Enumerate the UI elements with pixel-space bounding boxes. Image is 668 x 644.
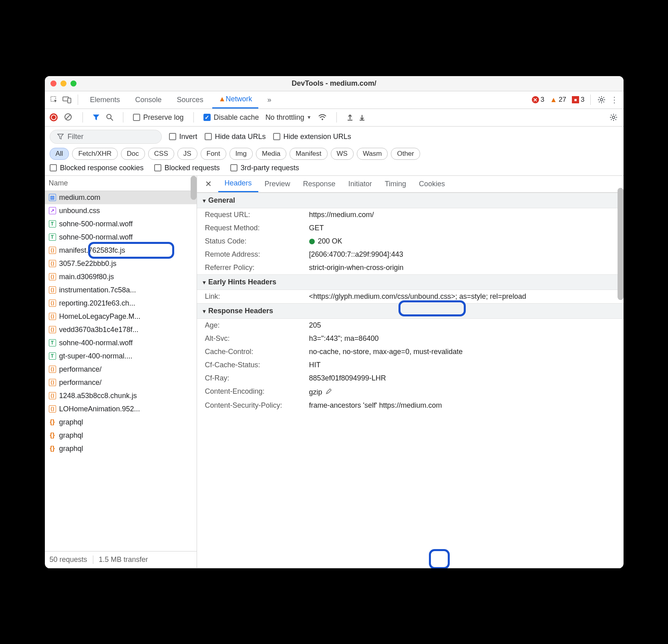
- scrollbar[interactable]: [618, 188, 624, 300]
- request-name: LOHomeAnimation.952...: [59, 405, 140, 413]
- svg-point-6: [107, 115, 111, 119]
- network-conditions-icon[interactable]: [318, 114, 327, 121]
- tab-sources[interactable]: Sources: [171, 91, 210, 109]
- request-row[interactable]: ⟨⟩HomeLoLegacyPage.M...: [45, 310, 197, 323]
- request-row[interactable]: Tsohne-500-normal.woff: [45, 231, 197, 244]
- request-row[interactable]: {}graphql: [45, 416, 197, 429]
- chip-fetch-xhr[interactable]: Fetch/XHR: [72, 148, 117, 160]
- maximize-window-button[interactable]: [70, 80, 76, 87]
- tab-console[interactable]: Console: [129, 91, 168, 109]
- detail-tab-cookies[interactable]: Cookies: [412, 176, 451, 192]
- column-header-name[interactable]: Name: [45, 176, 197, 191]
- filter-input[interactable]: Filter: [50, 130, 162, 144]
- close-details-button[interactable]: ✕: [200, 179, 217, 189]
- request-row[interactable]: ▤medium.com: [45, 191, 197, 204]
- error-count[interactable]: ✕3: [532, 96, 544, 104]
- js-file-icon: ⟨⟩: [49, 286, 56, 294]
- settings-icon[interactable]: [596, 95, 607, 105]
- header-value: strict-origin-when-cross-origin: [309, 264, 616, 272]
- clear-button[interactable]: [64, 113, 73, 122]
- header-value: 205: [309, 321, 616, 330]
- chip-wasm[interactable]: Wasm: [357, 148, 388, 160]
- network-settings-icon[interactable]: [608, 112, 619, 123]
- close-window-button[interactable]: [50, 80, 56, 87]
- filter-bar: Filter Invert Hide data URLs Hide extens…: [45, 127, 624, 176]
- request-row[interactable]: ⟨⟩instrumentation.7c58a...: [45, 284, 197, 297]
- section-header[interactable]: Early Hints Headers: [197, 274, 624, 290]
- edit-icon[interactable]: [325, 387, 333, 395]
- blocked-requests-checkbox[interactable]: Blocked requests: [154, 164, 220, 172]
- request-row[interactable]: Tgt-super-400-normal....: [45, 350, 197, 363]
- request-row[interactable]: {}graphql: [45, 429, 197, 442]
- blocked-response-cookies-checkbox[interactable]: Blocked response cookies: [50, 164, 144, 172]
- detail-tabs: ✕ HeadersPreviewResponseInitiatorTimingC…: [197, 176, 624, 193]
- request-row[interactable]: ⟨⟩LOHomeAnimation.952...: [45, 402, 197, 416]
- throttling-select[interactable]: No throttling▼: [266, 113, 312, 122]
- chip-manifest[interactable]: Manifest: [290, 148, 327, 160]
- section-header[interactable]: General: [197, 193, 624, 208]
- request-row[interactable]: ⟨⟩main.d3069f80.js: [45, 270, 197, 284]
- main-split: Name ▤medium.com↗unbound.cssTsohne-500-n…: [45, 176, 624, 568]
- request-name: main.d3069f80.js: [59, 273, 114, 281]
- request-name: reporting.2021fe63.ch...: [59, 299, 135, 308]
- request-row[interactable]: Tsohne-500-normal.woff: [45, 217, 197, 231]
- request-row[interactable]: {}graphql: [45, 442, 197, 455]
- device-toggle-icon[interactable]: [62, 95, 72, 105]
- request-row[interactable]: Tsohne-400-normal.woff: [45, 336, 197, 350]
- request-row[interactable]: ⟨⟩vedd3670a3b1c4e178f...: [45, 323, 197, 336]
- preserve-log-checkbox[interactable]: Preserve log: [133, 113, 184, 122]
- warning-count[interactable]: ▲27: [550, 96, 566, 104]
- chip-doc[interactable]: Doc: [121, 148, 145, 160]
- third-party-checkbox[interactable]: 3rd-party requests: [230, 164, 299, 172]
- section-header[interactable]: Response Headers: [197, 303, 624, 319]
- request-row[interactable]: ⟨⟩manifest.762583fc.js: [45, 244, 197, 257]
- request-name: HomeLoLegacyPage.M...: [59, 312, 141, 321]
- detail-tab-response[interactable]: Response: [297, 176, 342, 192]
- tab-network[interactable]: ▲ Network: [212, 91, 259, 109]
- chip-other[interactable]: Other: [391, 148, 420, 160]
- css-file-icon: ↗: [49, 207, 56, 214]
- request-name: sohne-400-normal.woff: [59, 339, 133, 347]
- issue-count[interactable]: ■3: [572, 96, 584, 104]
- detail-tab-initiator[interactable]: Initiator: [342, 176, 378, 192]
- request-row[interactable]: ↗unbound.css: [45, 204, 197, 217]
- chip-img[interactable]: Img: [229, 148, 253, 160]
- search-icon[interactable]: [106, 114, 113, 121]
- request-row[interactable]: ⟨⟩performance/: [45, 363, 197, 376]
- hide-extension-urls-checkbox[interactable]: Hide extension URLs: [273, 133, 351, 141]
- header-key: Alt-Svc:: [205, 334, 309, 343]
- detail-pane: ✕ HeadersPreviewResponseInitiatorTimingC…: [197, 176, 624, 568]
- header-value: frame-ancestors 'self' https://medium.co…: [309, 401, 616, 410]
- header-key: Request URL:: [205, 211, 309, 219]
- request-row[interactable]: ⟨⟩1248.a53b8cc8.chunk.js: [45, 389, 197, 402]
- invert-checkbox[interactable]: Invert: [169, 133, 197, 141]
- chip-css[interactable]: CSS: [148, 148, 174, 160]
- header-key: Status Code:: [205, 237, 309, 246]
- detail-tab-headers[interactable]: Headers: [218, 176, 258, 192]
- request-row[interactable]: ⟨⟩3057.5e22bbb0.js: [45, 257, 197, 270]
- upload-har-icon[interactable]: [346, 114, 354, 121]
- chip-all[interactable]: All: [50, 148, 69, 160]
- chip-ws[interactable]: WS: [331, 148, 354, 160]
- tabs-overflow[interactable]: »: [261, 91, 278, 109]
- request-name: vedd3670a3b1c4e178f...: [59, 326, 139, 334]
- disable-cache-checkbox[interactable]: ✓Disable cache: [203, 113, 259, 122]
- chip-font[interactable]: Font: [201, 148, 226, 160]
- more-icon[interactable]: ⋮: [609, 95, 620, 105]
- request-row[interactable]: ⟨⟩performance/: [45, 376, 197, 389]
- request-row[interactable]: ⟨⟩reporting.2021fe63.ch...: [45, 297, 197, 310]
- tab-elements[interactable]: Elements: [84, 91, 127, 109]
- filter-icon[interactable]: [93, 114, 100, 121]
- doc-file-icon: ▤: [49, 194, 56, 201]
- hide-data-urls-checkbox[interactable]: Hide data URLs: [205, 133, 266, 141]
- header-value: gzip: [309, 387, 616, 396]
- record-button[interactable]: [50, 113, 58, 121]
- download-har-icon[interactable]: [358, 114, 366, 121]
- detail-tab-preview[interactable]: Preview: [258, 176, 297, 192]
- inspect-element-icon[interactable]: [49, 95, 59, 105]
- scrollbar[interactable]: [191, 176, 197, 200]
- chip-js[interactable]: JS: [177, 148, 197, 160]
- chip-media[interactable]: Media: [256, 148, 286, 160]
- minimize-window-button[interactable]: [60, 80, 66, 87]
- detail-tab-timing[interactable]: Timing: [378, 176, 412, 192]
